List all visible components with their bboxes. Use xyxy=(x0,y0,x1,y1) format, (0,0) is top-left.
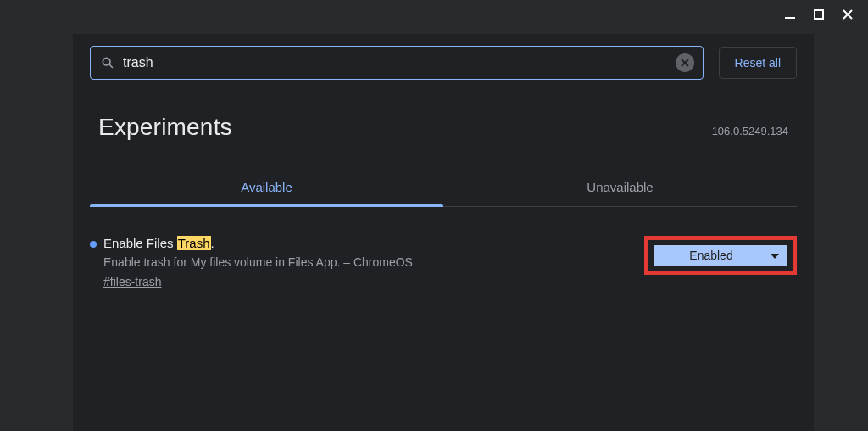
tabs: Available Unavailable xyxy=(90,168,797,207)
topbar: Reset all xyxy=(73,34,814,92)
minimize-button[interactable] xyxy=(778,5,802,24)
svg-rect-1 xyxy=(815,10,823,19)
experiments-panel: Reset all Experiments 106.0.5249.134 Ava… xyxy=(73,34,814,431)
flag-hash-link[interactable]: #files-trash xyxy=(103,275,161,288)
flag-body: Enable Files Trash. Enable trash for My … xyxy=(103,236,627,289)
heading-row: Experiments 106.0.5249.134 xyxy=(73,92,814,149)
tab-unavailable[interactable]: Unavailable xyxy=(443,168,797,206)
flag-title-pre: Enable Files xyxy=(103,236,177,250)
window-controls xyxy=(770,0,868,29)
close-button[interactable] xyxy=(836,5,860,24)
flag-control-highlight: Default Enabled Disabled xyxy=(644,236,797,275)
page-title: Experiments xyxy=(98,114,232,141)
select-wrap: Default Enabled Disabled xyxy=(654,245,787,266)
flag-description: Enable trash for My files volume in File… xyxy=(103,255,627,269)
search-box[interactable] xyxy=(90,46,704,80)
flag-title-post: . xyxy=(211,236,214,250)
flag-title: Enable Files Trash. xyxy=(103,236,627,250)
version-label: 106.0.5249.134 xyxy=(712,125,788,137)
search-icon xyxy=(99,56,116,70)
flag-state-select[interactable]: Default Enabled Disabled xyxy=(654,245,787,266)
tab-available[interactable]: Available xyxy=(90,168,443,206)
flag-row: Enable Files Trash. Enable trash for My … xyxy=(73,207,814,289)
search-highlight: Trash xyxy=(177,236,211,250)
svg-line-5 xyxy=(109,64,113,68)
search-input[interactable] xyxy=(116,55,676,70)
reset-all-button[interactable]: Reset all xyxy=(719,47,797,79)
svg-point-4 xyxy=(103,58,110,65)
maximize-button[interactable] xyxy=(807,5,831,24)
modified-indicator-icon xyxy=(90,241,97,248)
clear-search-button[interactable] xyxy=(676,53,694,72)
